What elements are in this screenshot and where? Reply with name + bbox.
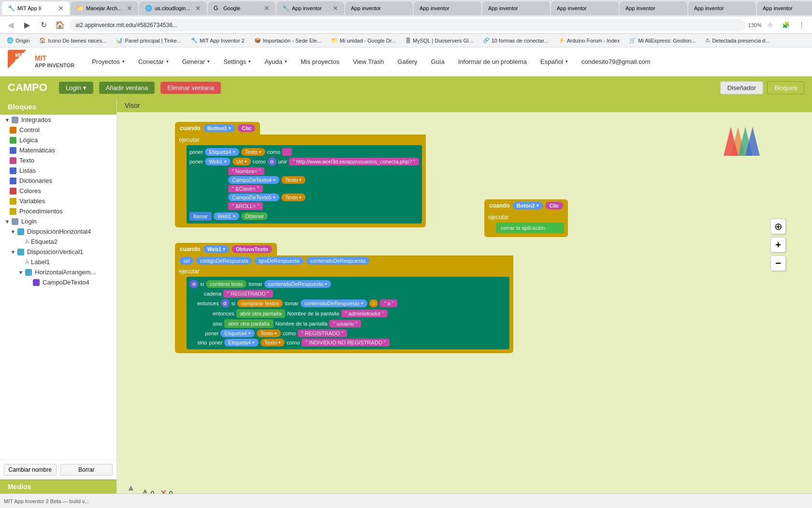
reload-btn[interactable]: ↻ [37, 18, 50, 32]
sidebar-item-cdt4[interactable]: CampoDeTexto4 [0, 277, 116, 287]
tab-active[interactable]: 🔧 MIT App Ii ✕ [2, 1, 70, 15]
bookmark-9[interactable]: 🛒 Mi AliExpress: Gestion... [626, 36, 698, 45]
sidebar-item-dictionaries[interactable]: Dictionaries [0, 176, 116, 186]
texto-block-5: Texto ▾ [261, 339, 285, 346]
sidebar-item-colores[interactable]: Colores [0, 186, 116, 196]
visor-content[interactable]: cuando Button1 ▾ Clic ejecutar poner Eti… [117, 112, 812, 493]
bookmark-6[interactable]: 🗄 MySQL | Duoservers Gl... [403, 37, 476, 45]
tab-11[interactable]: App inventor [757, 1, 812, 15]
bookmark-btn[interactable]: ☆ [764, 18, 777, 32]
color-value-block [282, 148, 292, 156]
sidebar-item-procedimientos[interactable]: Procedimientos [0, 206, 116, 216]
tab-8[interactable]: App inventor [551, 1, 619, 15]
tab-title-6: App inventor [420, 5, 476, 11]
nav-mis-proyectos[interactable]: Mis proyectos [295, 55, 345, 68]
extension-btn[interactable]: 🧩 [779, 18, 793, 32]
sidebar-item-matematicas[interactable]: Matemáticas [0, 145, 116, 155]
sidebar-item-label1[interactable]: A Label1 [0, 257, 116, 267]
sidebar-item-variables[interactable]: Variables [0, 196, 116, 206]
zoom-out-btn[interactable]: − [770, 255, 786, 271]
chevron-down-icon: ▾ [83, 84, 87, 91]
sidebar-item-dv1[interactable]: ▼ DisposiciónVertical1 [0, 247, 116, 257]
tab-7[interactable]: App inventor [482, 1, 550, 15]
logo-text: MIT APP INVENTOR [35, 54, 74, 69]
nav-ayuda[interactable]: Ayuda ▾ [259, 55, 293, 68]
remove-window-button[interactable]: Eliminar ventana [160, 82, 221, 94]
tab-2[interactable]: 🌐 us.cloudlogin... ✕ [139, 1, 207, 15]
designer-button[interactable]: Diseñador [720, 81, 763, 94]
sidebar-item-dh4[interactable]: ▼ DisposiciónHorizontal4 [0, 226, 116, 237]
forward-btn[interactable]: ▶ [20, 18, 34, 32]
nav-espanol[interactable]: Español ▾ [535, 55, 574, 68]
chevron-down-icon: ▾ [285, 59, 287, 64]
down-arrow-btn[interactable]: ▼ [127, 493, 135, 493]
bookmark-8[interactable]: ⚡ Arduino Forum - Index [555, 36, 623, 45]
param-tipo: tipoDeRespuesta [255, 257, 303, 265]
tab-bar: 🔧 MIT App Ii ✕ 📁 Manejar Arch... ✕ 🌐 us.… [0, 0, 812, 16]
menu-btn[interactable]: ⋮ [795, 18, 808, 32]
sidebar-item-integrados[interactable]: ▼ Integrados [0, 115, 116, 125]
bookmark-origin[interactable]: 🌐 Origin [4, 36, 32, 45]
etiqueta4-block-3: Etiqueta4 ▾ [224, 339, 258, 346]
sidebar-item-texto[interactable]: Texto [0, 155, 116, 165]
nav-user-email[interactable]: condesito79@gmail.com [576, 55, 656, 68]
nav-view-trash[interactable]: View Trash [347, 55, 390, 68]
tab-close-4[interactable]: ✕ [333, 4, 338, 12]
sidebar-item-login[interactable]: ▼ Login [0, 216, 116, 226]
tab-close-1[interactable]: ✕ [127, 4, 132, 12]
texto-block-2: Texto ▾ [281, 176, 305, 184]
blocks-button[interactable]: Bloques [767, 81, 804, 94]
project-name: CAMPO [8, 81, 47, 94]
tab-9[interactable]: App inventor [620, 1, 687, 15]
tab-3[interactable]: G Google ✕ [208, 1, 276, 15]
bookmark-3[interactable]: 🔧 MIT App Inventor 2 [188, 36, 247, 45]
bookmark-4[interactable]: 📦 Importación - Sede Ele... [251, 36, 324, 45]
up-arrow-btn[interactable]: ▲ [127, 483, 135, 493]
sidebar-item-listas[interactable]: Listas [0, 165, 116, 176]
bookmark-5[interactable]: 📁 Mi unidad - Google Dr... [328, 36, 399, 45]
tab-1[interactable]: 📁 Manejar Arch... ✕ [71, 1, 138, 15]
nav-conectar[interactable]: Conectar ▾ [132, 55, 174, 68]
sidebar-item-logica[interactable]: Lógica [0, 135, 116, 145]
address-input[interactable] [70, 19, 745, 31]
nav-settings[interactable]: Settings ▾ [218, 55, 257, 68]
rename-button[interactable]: Cambiar nombre [4, 464, 57, 476]
campotexto4-block: CampoDeTexto4 ▾ [228, 176, 279, 184]
bookmark-1[interactable]: 🏠 Icono De bienes raices... [36, 36, 109, 45]
sidebar-item-etiqueta2[interactable]: A Etiqueta2 [0, 237, 116, 247]
sidebar-media-header: Medios [0, 479, 116, 493]
back-btn[interactable]: ◀ [4, 18, 17, 32]
tab-4[interactable]: 🔧 App inventor ✕ [276, 1, 344, 15]
add-window-button[interactable]: Añadir ventana [99, 82, 155, 94]
tab-10[interactable]: App inventor [688, 1, 756, 15]
tab-close-2[interactable]: ✕ [195, 4, 201, 12]
nav-proyectos[interactable]: Proyectos ▾ [86, 55, 130, 68]
tab-close-btn[interactable]: ✕ [58, 4, 64, 12]
chevron-down-icon: ▾ [566, 59, 568, 64]
sidebar-item-control[interactable]: Control [0, 125, 116, 135]
nav-generar[interactable]: Generar ▾ [176, 55, 216, 68]
bookmark-2[interactable]: 📊 Panel principal | Tinke... [113, 36, 184, 45]
gear-icon-3: ⚙ [221, 299, 230, 308]
nav-guia[interactable]: Guía [425, 55, 450, 68]
procedimientos-icon [10, 208, 16, 215]
tab-6[interactable]: App inventor [414, 1, 481, 15]
delete-button[interactable]: Borrar [60, 464, 113, 476]
zoom-in-btn[interactable]: + [770, 237, 786, 253]
web1-event-block: Web1 ▾ [203, 245, 229, 253]
cuando-label: cuando [180, 125, 201, 132]
nav-gallery[interactable]: Gallery [392, 55, 423, 68]
location-btn[interactable]: ⊕ [770, 219, 786, 234]
home-btn[interactable]: 🏠 [53, 18, 67, 32]
bookmark-7[interactable]: 🔗 10 formas de conectar... [480, 36, 551, 45]
nav-arrows: ▲ ▼ [127, 483, 135, 493]
sidebar-item-ha[interactable]: ▼ HorizontalArrangem... [0, 267, 116, 277]
login-button[interactable]: Login ▾ [59, 82, 93, 94]
blocks-canvas[interactable]: cuando Button1 ▾ Clic ejecutar poner Eti… [117, 112, 794, 493]
bookmark-10[interactable]: ⚠ Detectada presencia d... [702, 36, 772, 45]
bottom-bar: MIT App Inventor 2 Beta — build v... [0, 493, 812, 508]
tab-5[interactable]: App inventor [345, 1, 413, 15]
nav-informar[interactable]: Informar de un problema [452, 55, 533, 68]
tab-close-3[interactable]: ✕ [264, 4, 270, 12]
chevron-down-icon: ▾ [122, 59, 125, 64]
